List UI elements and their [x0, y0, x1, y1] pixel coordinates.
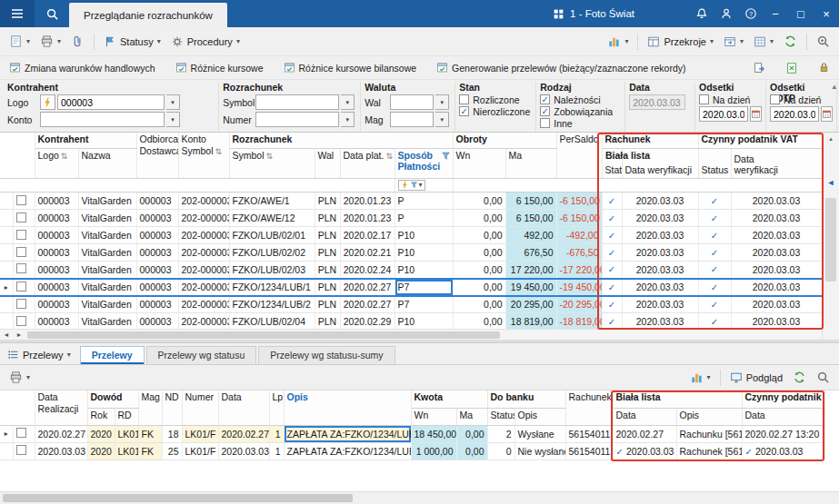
logo-quick-select-button[interactable]	[40, 94, 55, 110]
column-header-bl-opis[interactable]: Opis	[676, 408, 742, 425]
table-row[interactable]: 000003VitalGarden000003202-000003FZKO/LU…	[0, 262, 822, 279]
refresh-transfers-button[interactable]	[788, 368, 811, 387]
odsetki-calendar-button[interactable]	[750, 106, 762, 122]
scroll-left-arrow-icon[interactable]: ◄	[0, 331, 13, 338]
column-header-vat-data[interactable]: Data	[742, 408, 824, 425]
row-checkbox[interactable]	[16, 230, 26, 240]
notifications-button[interactable]	[689, 0, 714, 27]
views-button[interactable]: ▾	[719, 33, 748, 51]
column-header-ma[interactable]: Ma	[505, 148, 556, 178]
company-selector[interactable]: 1 - Foto Świat	[553, 0, 634, 27]
generowanie-przelewow-button[interactable]: Generowanie przelewów (bieżący/zaznaczon…	[432, 59, 690, 76]
konto-dropdown-button[interactable]: ▾	[166, 112, 180, 127]
column-header-ma[interactable]: Ma	[456, 408, 487, 425]
mag-dropdown-button[interactable]: ▾	[435, 112, 449, 127]
export-table-button[interactable]	[781, 59, 803, 77]
przekroje-button[interactable]: Przekroje ▾	[643, 33, 717, 51]
main-grid-horizontal-scrollbar[interactable]: ◄ ►	[0, 329, 822, 340]
inne-checkbox[interactable]: Inne	[540, 117, 619, 129]
row-checkbox[interactable]	[16, 282, 26, 292]
column-header-odbiorca[interactable]: Odbiorca Dostawca	[136, 133, 178, 178]
bottom-view-selector[interactable]: Przelewy ▾	[2, 346, 78, 364]
wal-dropdown-button[interactable]: ▾	[435, 94, 449, 110]
table-row[interactable]: ▸2020.02.272020LK01FK18LK01/F2020.02.271…	[0, 425, 824, 442]
scrollbar-thumb[interactable]	[3, 494, 353, 502]
column-header-wal[interactable]: Wal	[315, 148, 340, 178]
grid-settings-button[interactable]: ▾	[749, 33, 778, 51]
global-search-button[interactable]	[35, 0, 69, 27]
table-row[interactable]: 000003VitalGarden000003202-000003FZKO/LU…	[0, 313, 822, 331]
table-row[interactable]: 000003VitalGarden000003202-000003FZKO/LU…	[0, 244, 822, 262]
print-transfers-button[interactable]: ▾	[5, 368, 35, 387]
column-header-rd[interactable]: RD	[115, 408, 138, 425]
wal-input[interactable]	[390, 94, 434, 110]
lock-button[interactable]	[814, 59, 834, 76]
help-button[interactable]: ?	[738, 0, 763, 27]
column-header-data-realizacji[interactable]: Data Realizacji	[35, 390, 87, 425]
nierozliczone-checkbox[interactable]: ✓ Nierozliczone	[459, 105, 530, 117]
row-checkbox[interactable]	[16, 263, 26, 273]
column-header-bl-data[interactable]: Data	[613, 408, 676, 425]
numer-input[interactable]	[255, 112, 339, 127]
document-tab[interactable]: Przeglądanie rozrachunków	[69, 3, 227, 27]
statusy-button[interactable]: Statusy ▾	[99, 33, 165, 51]
user-button[interactable]	[714, 0, 738, 27]
zotp-na-dzien-checkbox[interactable]: Na dzień	[770, 94, 831, 105]
print-button[interactable]: ▾	[35, 32, 65, 51]
sposob-filter-cell[interactable]: ▾	[395, 178, 453, 193]
column-header-nd[interactable]: ND	[162, 390, 182, 425]
transfers-chart-button[interactable]: ▾	[685, 368, 715, 387]
column-header-konto[interactable]: Konto Symbol⇅	[178, 133, 229, 178]
naleznosci-checkbox[interactable]: ✓ Należności	[540, 94, 619, 105]
table-row[interactable]: 2020.03.032020LK01FK25LK01/F2020.03.031Z…	[0, 442, 824, 460]
column-header-bank-opis[interactable]: Opis	[514, 408, 565, 425]
filter-funnel-icon[interactable]	[441, 151, 451, 161]
numer-dropdown-button[interactable]: ▾	[341, 112, 355, 127]
tab-przelewy[interactable]: Przelewy	[80, 346, 145, 364]
column-header-data-plat[interactable]: Data plat.⇅	[340, 148, 395, 178]
table-row[interactable]: 000003VitalGarden000003202-000003FZKO/LU…	[0, 227, 822, 244]
column-header-data[interactable]: Data	[218, 390, 269, 425]
chart-button[interactable]: ▾	[603, 32, 633, 51]
bottom-horizontal-scrollbar[interactable]	[0, 491, 839, 504]
column-header-opis[interactable]: Opis	[284, 390, 411, 425]
odsetki-date-input[interactable]	[699, 106, 748, 122]
search-transfers-button[interactable]	[812, 368, 834, 387]
zotp-date-input[interactable]	[770, 106, 819, 122]
roznice-bilansowe-button[interactable]: Różnice kursowe bilansowe	[279, 59, 422, 76]
odsetki-na-dzien-checkbox[interactable]: Na dzień	[699, 94, 760, 105]
column-header-lp[interactable]: Lp	[269, 390, 284, 425]
row-checkbox[interactable]	[16, 445, 26, 455]
column-header-status[interactable]: Status	[487, 408, 514, 425]
column-header-sposob[interactable]: Sposób Płatności	[395, 148, 453, 178]
export-button[interactable]	[748, 59, 770, 77]
collapse-filter-chevron-icon[interactable]: ▴	[832, 82, 836, 91]
column-header-vat-data[interactable]: Data weryfikacji	[731, 148, 822, 178]
row-checkbox[interactable]	[16, 316, 26, 326]
logo-input[interactable]	[57, 94, 165, 110]
scrollbar-thumb[interactable]	[27, 331, 500, 339]
mag-input[interactable]	[390, 112, 434, 127]
collapse-panel-arrow-icon[interactable]: ◄	[824, 174, 837, 191]
podglad-button[interactable]: Podgląd	[725, 369, 787, 387]
scrollbar-thumb[interactable]	[825, 198, 836, 282]
tab-przelewy-wg-statusu[interactable]: Przelewy wg statusu	[146, 346, 257, 364]
rozliczone-checkbox[interactable]: Rozliczone	[459, 94, 530, 105]
column-header-vat-status[interactable]: Status	[698, 148, 731, 178]
scroll-up-arrow-icon[interactable]: ▴	[823, 133, 839, 145]
attachments-button[interactable]	[66, 32, 89, 51]
zobowiazania-checkbox[interactable]: ✓ Zobowiązania	[540, 105, 619, 117]
column-header-wn[interactable]: Wn	[411, 408, 456, 425]
scroll-right-arrow-icon[interactable]: ►	[13, 331, 25, 338]
column-header-mag[interactable]: Mag	[138, 390, 162, 425]
table-row[interactable]: ▸000003VitalGarden000003202-000003FZKO/1…	[0, 279, 822, 296]
roznice-kursowe-button[interactable]: Różnice kursowe	[171, 59, 268, 76]
logo-dropdown-button[interactable]: ▾	[166, 94, 180, 110]
table-row[interactable]: 000003VitalGarden000003202-000003FZKO/12…	[0, 296, 822, 313]
tab-przelewy-wg-statusu-sumy[interactable]: Przelewy wg statusu-sumy	[258, 346, 395, 364]
column-header-rok[interactable]: Rok	[87, 408, 115, 425]
zotp-calendar-button[interactable]	[821, 106, 833, 122]
row-checkbox[interactable]	[16, 247, 26, 257]
column-header-numer[interactable]: Numer	[182, 390, 218, 425]
minimize-button[interactable]: −	[763, 0, 788, 27]
